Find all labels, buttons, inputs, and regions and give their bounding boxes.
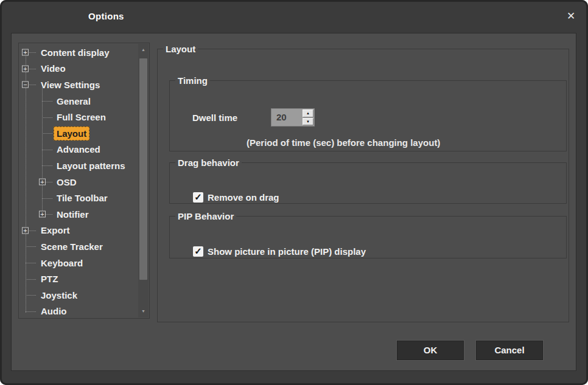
scrollbar-down-button[interactable]: ▼ — [138, 307, 149, 316]
expand-icon[interactable]: + — [22, 49, 29, 56]
tree-item-label: Layout patterns — [54, 159, 128, 173]
dialog-title: Options — [88, 0, 124, 33]
expand-icon[interactable]: + — [22, 227, 29, 234]
remove-on-drag-row: ✓ Remove on drag — [193, 192, 279, 203]
tree-item-ptz[interactable]: PTZ — [19, 271, 138, 287]
collapse-icon[interactable]: − — [22, 82, 29, 88]
scrollbar-up-button[interactable]: ▲ — [138, 45, 149, 55]
tree-item-label: Audio — [38, 304, 70, 318]
tree-connector — [26, 295, 36, 296]
tree-item-label: Layout — [54, 127, 89, 140]
ok-button[interactable]: OK — [397, 341, 464, 360]
timing-group: Timing Dwell time 20 ▲ ▼ (Period of time… — [169, 75, 567, 151]
tree-item-full-screen[interactable]: Full Screen — [19, 109, 138, 125]
tree-item-label: Keyboard — [38, 256, 86, 270]
dwell-time-spinner[interactable]: 20 ▲ ▼ — [271, 108, 315, 127]
show-pip-checkbox[interactable]: ✓ — [193, 246, 203, 257]
tree-item-label: General — [54, 94, 94, 108]
tree-item-content-display[interactable]: +Content display — [19, 44, 138, 61]
close-icon: ✕ — [567, 10, 575, 22]
tree-item-notifier[interactable]: +Notifier — [19, 206, 138, 223]
remove-on-drag-label: Remove on drag — [208, 192, 279, 203]
options-dialog: Options ✕ +Content display+Video−View Se… — [0, 0, 588, 385]
tree-item-label: OSD — [54, 175, 80, 189]
spinner-up-button[interactable]: ▲ — [303, 109, 313, 117]
tree-item-view-settings[interactable]: −View Settings — [19, 77, 138, 93]
tree-item-tile-toolbar[interactable]: Tile Toolbar — [19, 190, 138, 206]
tree-rows: +Content display+Video−View SettingsGene… — [19, 44, 138, 318]
tree-item-label: Notifier — [54, 207, 92, 221]
expand-icon[interactable]: + — [22, 65, 29, 72]
cancel-button[interactable]: Cancel — [476, 341, 543, 360]
tree-item-audio[interactable]: Audio — [19, 303, 138, 319]
tree-item-osd[interactable]: +OSD — [19, 174, 138, 190]
dwell-time-hint: (Period of time (sec) before changing la… — [247, 137, 440, 148]
tree-item-layout[interactable]: Layout — [19, 125, 138, 142]
tree-item-label: Content display — [38, 46, 113, 60]
down-arrow-icon: ▼ — [306, 120, 310, 123]
tree-scrollbar[interactable]: ▲ ▼ — [138, 44, 149, 317]
remove-on-drag-checkbox[interactable]: ✓ — [193, 192, 203, 203]
pip-behavior-group: PIP Behavior ✓ Show picture in picture (… — [169, 211, 567, 258]
dwell-time-label: Dwell time — [192, 113, 237, 123]
layout-group: Layout Timing Dwell time 20 ▲ ▼ (Perio — [157, 44, 569, 322]
check-icon: ✓ — [194, 192, 202, 201]
tree-item-label: Scene Tracker — [38, 240, 106, 254]
show-pip-row: ✓ Show picture in picture (PIP) display — [193, 246, 366, 257]
timing-group-title: Timing — [175, 75, 210, 86]
tree-item-layout-patterns[interactable]: Layout patterns — [19, 158, 138, 174]
expand-icon[interactable]: + — [39, 179, 46, 186]
tree-item-export[interactable]: +Export — [19, 223, 138, 239]
spinner-buttons: ▲ ▼ — [303, 109, 314, 126]
scroll-down-icon: ▼ — [141, 309, 145, 313]
dialog-body: +Content display+Video−View SettingsGene… — [11, 33, 576, 371]
spinner-down-button[interactable]: ▼ — [303, 118, 313, 126]
tree-guide-root — [26, 53, 26, 313]
tree-connector — [42, 165, 52, 166]
tree-connector — [42, 133, 52, 134]
options-tree: +Content display+Video−View SettingsGene… — [18, 43, 150, 319]
tree-connector — [26, 279, 36, 280]
expand-icon[interactable]: + — [39, 211, 46, 218]
tree-item-label: Export — [38, 223, 73, 237]
tree-connector — [26, 246, 36, 247]
tree-item-video[interactable]: +Video — [19, 61, 138, 77]
scrollbar-thumb[interactable] — [139, 58, 147, 280]
drag-behavior-group: Drag behavior ✓ Remove on drag — [169, 158, 567, 204]
tree-item-scene-tracker[interactable]: Scene Tracker — [19, 238, 138, 255]
tree-connector — [42, 101, 52, 102]
tree-connector — [26, 263, 36, 263]
tree-item-label: Tile Toolbar — [54, 191, 111, 205]
close-button[interactable]: ✕ — [564, 9, 578, 24]
scroll-up-icon: ▲ — [141, 47, 145, 52]
check-icon: ✓ — [194, 246, 202, 255]
show-pip-label: Show picture in picture (PIP) display — [208, 246, 366, 257]
pip-behavior-group-title: PIP Behavior — [175, 211, 236, 221]
tree-connector — [42, 117, 52, 118]
tree-connector — [26, 311, 36, 312]
tree-item-keyboard[interactable]: Keyboard — [19, 255, 138, 271]
tree-connector — [42, 150, 52, 150]
tree-item-label: PTZ — [38, 272, 61, 286]
tree-item-advanced[interactable]: Advanced — [19, 142, 138, 158]
up-arrow-icon: ▲ — [306, 111, 310, 115]
tree-item-label: Joystick — [38, 288, 80, 302]
layout-group-title: Layout — [163, 44, 198, 54]
tree-item-joystick[interactable]: Joystick — [19, 287, 138, 303]
tree-item-general[interactable]: General — [19, 93, 138, 109]
tree-item-label: Full Screen — [54, 110, 109, 124]
tree-connector — [42, 198, 52, 199]
tree-item-label: Video — [38, 61, 69, 75]
tree-guide-child — [42, 85, 43, 215]
dwell-time-input[interactable]: 20 — [271, 109, 303, 126]
tree-item-label: View Settings — [38, 78, 103, 92]
drag-behavior-group-title: Drag behavior — [175, 158, 242, 168]
tree-item-label: Advanced — [54, 142, 103, 156]
